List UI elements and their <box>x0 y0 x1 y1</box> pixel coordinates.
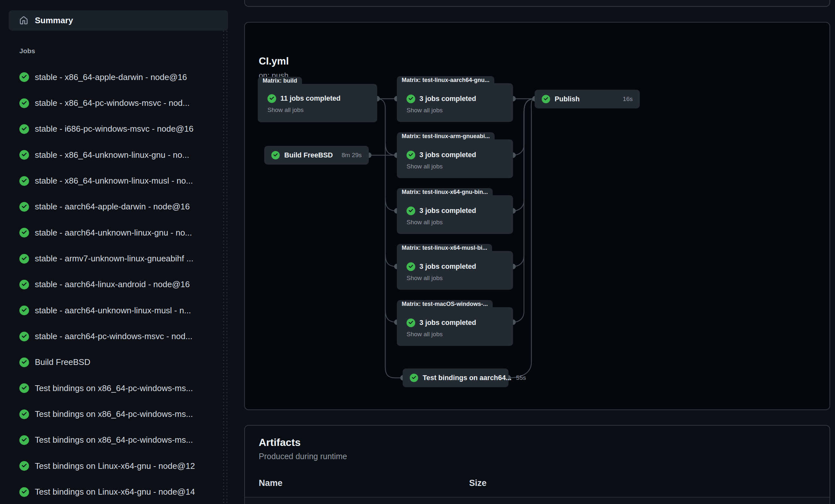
artifacts-first-row <box>245 498 830 504</box>
sidebar-job-item[interactable]: stable - aarch64-pc-windows-msvc - nod..… <box>0 323 244 349</box>
job-label: stable - armv7-unknown-linux-gnueabihf .… <box>35 254 193 264</box>
job-label: Test bindings on x86_64-pc-windows-ms... <box>35 435 193 445</box>
show-all-jobs-link[interactable]: Show all jobs <box>407 331 443 338</box>
check-circle-icon <box>19 228 29 238</box>
matrix-status: 3 jobs completed <box>420 151 476 159</box>
job-label: stable - x86_64-unknown-linux-gnu - no..… <box>35 150 189 160</box>
matrix-card[interactable]: 3 jobs completed Show all jobs <box>397 195 513 234</box>
jobs-section-header: Jobs <box>19 47 35 55</box>
check-circle-icon <box>19 280 29 289</box>
matrix-status: 3 jobs completed <box>420 319 476 327</box>
job-label: stable - aarch64-apple-darwin - node@16 <box>35 202 190 212</box>
jobs-list: stable - x86_64-apple-darwin - node@16 s… <box>0 64 244 504</box>
build-freebsd-card[interactable]: Build FreeBSD 8m 29s <box>264 146 369 165</box>
job-node-label: Test bindings on aarch64... <box>423 374 512 382</box>
matrix-card-tab[interactable]: Matrix: test-linux-x64-musl-bi... <box>397 244 492 252</box>
check-circle-icon <box>19 409 29 419</box>
test-aarch64-card[interactable]: Test bindings on aarch64... 55s <box>403 368 508 387</box>
job-label: stable - x86_64-apple-darwin - node@16 <box>35 72 187 82</box>
check-circle-icon <box>19 98 29 108</box>
sidebar-item-summary[interactable]: Summary <box>9 10 228 31</box>
check-circle-icon <box>19 254 29 264</box>
workflow-graph-edges <box>245 23 831 411</box>
matrix-card-tab[interactable]: Matrix: test-linux-aarch64-gnu... <box>397 76 494 84</box>
check-circle-icon <box>19 461 29 471</box>
job-label: Build FreeBSD <box>35 357 90 367</box>
sidebar-job-item[interactable]: stable - aarch64-unknown-linux-musl - n.… <box>0 298 244 323</box>
sidebar-job-item[interactable]: stable - x86_64-unknown-linux-musl - no.… <box>0 168 244 194</box>
matrix-card[interactable]: 3 jobs completed Show all jobs <box>397 307 513 346</box>
artifacts-subtitle: Produced during runtime <box>259 452 347 461</box>
check-circle-icon <box>19 487 29 497</box>
job-label: Test bindings on Linux-x64-gnu - node@12 <box>35 461 195 471</box>
check-circle-icon <box>407 319 415 327</box>
show-all-jobs-link[interactable]: Show all jobs <box>407 107 443 114</box>
show-all-jobs-link[interactable]: Show all jobs <box>407 219 443 226</box>
check-circle-icon <box>19 124 29 134</box>
check-circle-icon <box>407 262 415 271</box>
show-all-jobs-link[interactable]: Show all jobs <box>407 275 443 282</box>
matrix-card[interactable]: 3 jobs completed Show all jobs <box>397 83 513 122</box>
job-duration: 16s <box>623 96 633 103</box>
sidebar-job-item[interactable]: Test bindings on x86_64-pc-windows-ms... <box>0 427 244 453</box>
build-status: 11 jobs completed <box>280 95 340 103</box>
matrix-card[interactable]: 3 jobs completed Show all jobs <box>397 251 513 290</box>
check-circle-icon <box>19 306 29 315</box>
check-circle-icon <box>19 72 29 82</box>
sidebar-job-item[interactable]: stable - armv7-unknown-linux-gnueabihf .… <box>0 245 244 271</box>
sidebar-job-item[interactable]: stable - aarch64-apple-darwin - node@16 <box>0 194 244 220</box>
sidebar-job-item[interactable]: stable - x86_64-apple-darwin - node@16 <box>0 64 244 90</box>
check-circle-icon <box>407 151 415 159</box>
sidebar-resize-handle[interactable] <box>222 30 229 504</box>
check-circle-icon <box>410 374 418 382</box>
sidebar-job-item[interactable]: Test bindings on x86_64-pc-windows-ms... <box>0 375 244 401</box>
show-all-jobs-link[interactable]: Show all jobs <box>407 163 443 170</box>
job-label: Test bindings on Linux-x64-gnu - node@14 <box>35 487 195 497</box>
job-duration: 55s <box>516 374 526 381</box>
job-label: Test bindings on x86_64-pc-windows-ms... <box>35 383 193 393</box>
job-label: stable - aarch64-linux-android - node@16 <box>35 279 190 289</box>
summary-label: Summary <box>35 16 73 25</box>
matrix-card-tab[interactable]: Matrix: test-linux-arm-gnueabi... <box>397 132 495 140</box>
sidebar-job-item[interactable]: Test bindings on Linux-x64-gnu - node@14 <box>0 479 244 504</box>
matrix-build-card[interactable]: 11 jobs completed Show all jobs <box>258 84 377 122</box>
artifacts-column-name: Name <box>259 478 283 488</box>
job-label: stable - x86_64-unknown-linux-musl - no.… <box>35 176 193 186</box>
artifacts-column-size: Size <box>469 478 487 488</box>
check-circle-icon <box>407 206 415 215</box>
check-circle-icon <box>19 435 29 445</box>
sidebar-job-item[interactable]: Test bindings on Linux-x64-gnu - node@12 <box>0 453 244 479</box>
job-label: stable - i686-pc-windows-msvc - node@16 <box>35 124 194 134</box>
job-label: stable - x86_64-pc-windows-msvc - nod... <box>35 98 190 108</box>
sidebar-job-item[interactable]: stable - aarch64-unknown-linux-gnu - no.… <box>0 220 244 245</box>
sidebar-job-item[interactable]: stable - aarch64-linux-android - node@16 <box>0 272 244 298</box>
job-duration: 8m 29s <box>342 152 362 159</box>
sidebar: Summary Jobs stable - x86_64-apple-darwi… <box>0 0 244 504</box>
check-circle-icon <box>19 202 29 212</box>
sidebar-job-item[interactable]: Test bindings on x86_64-pc-windows-ms... <box>0 401 244 427</box>
publish-card[interactable]: Publish 16s <box>535 90 640 108</box>
show-all-jobs-link[interactable]: Show all jobs <box>267 106 304 114</box>
check-circle-icon <box>19 383 29 393</box>
sidebar-job-item[interactable]: stable - i686-pc-windows-msvc - node@16 <box>0 116 244 142</box>
sidebar-job-item[interactable]: stable - x86_64-pc-windows-msvc - nod... <box>0 90 244 116</box>
workflow-graph-panel: CI.yml on: push <box>244 22 830 410</box>
sidebar-job-item[interactable]: stable - x86_64-unknown-linux-gnu - no..… <box>0 142 244 168</box>
home-icon <box>19 16 28 25</box>
check-circle-icon <box>267 94 276 103</box>
job-label: Test bindings on x86_64-pc-windows-ms... <box>35 409 193 419</box>
matrix-card-tab[interactable]: Matrix: test-macOS-windows-... <box>397 300 493 308</box>
job-label: stable - aarch64-unknown-linux-musl - n.… <box>35 306 191 316</box>
artifacts-title: Artifacts <box>259 437 301 448</box>
artifacts-panel: Artifacts Produced during runtime Name S… <box>244 425 830 504</box>
matrix-card[interactable]: 3 jobs completed Show all jobs <box>397 139 513 178</box>
matrix-status: 3 jobs completed <box>420 95 476 103</box>
matrix-card-tab[interactable]: Matrix: test-linux-x64-gnu-bin... <box>397 188 493 196</box>
job-label: stable - aarch64-pc-windows-msvc - nod..… <box>35 331 192 341</box>
check-circle-icon <box>19 150 29 160</box>
matrix-status: 3 jobs completed <box>420 263 476 271</box>
job-node-label: Publish <box>555 95 580 103</box>
check-circle-icon <box>271 151 280 159</box>
matrix-build-tab[interactable]: Matrix: build <box>258 77 302 85</box>
sidebar-job-item[interactable]: Build FreeBSD <box>0 349 244 375</box>
